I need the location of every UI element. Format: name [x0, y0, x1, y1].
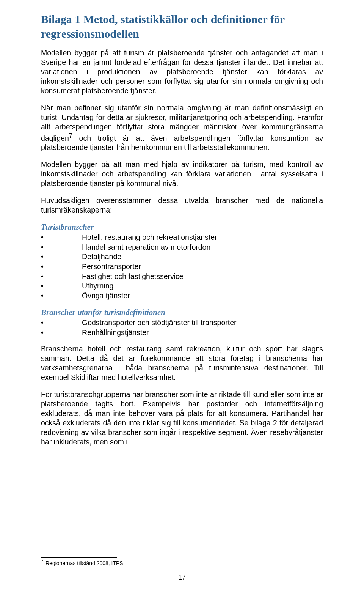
page-number: 17 [0, 573, 364, 581]
page-title: Bilaga 1 Metod, statistikkällor och defi… [41, 12, 323, 41]
paragraph-5: Branscherna hotell och restaurang samt r… [41, 344, 323, 382]
list-item: •Handel samt reparation av motorfordon [41, 243, 323, 252]
bullet-icon: • [41, 318, 82, 328]
list-item: •Övriga tjänster [41, 291, 323, 301]
paragraph-2: När man befinner sig utanför sin normala… [41, 103, 323, 152]
bullet-icon: • [41, 328, 82, 338]
footnote-7: 7 Regionernas tillstånd 2008, ITPS. [41, 559, 323, 566]
footnote-number: 7 [41, 559, 43, 564]
paragraph-2b: och troligt är att även arbetspendlingen… [41, 134, 323, 151]
bullet-icon: • [41, 243, 82, 252]
paragraph-3: Modellen bygger på att man med hjälp av … [41, 160, 323, 188]
bullet-icon: • [41, 281, 82, 291]
list-item-text: Uthyrning [82, 281, 113, 291]
paragraph-1: Modellen bygger på att turism är platsbe… [41, 48, 323, 96]
subheading-branscher-utanfor: Branscher utanför turismdefinitionen [41, 308, 323, 317]
list-item: •Detaljhandel [41, 252, 323, 262]
list-item: •Godstransporter och stödtjänster till t… [41, 318, 323, 328]
list-item: •Persontransporter [41, 262, 323, 272]
list-item: •Uthyrning [41, 281, 323, 291]
footnote-text: Regionernas tillstånd 2008, ITPS. [44, 560, 124, 566]
footnote-rule [41, 557, 117, 558]
list-item: •Hotell, restaurang och rekreationstjäns… [41, 233, 323, 243]
list-item-text: Detaljhandel [82, 252, 123, 262]
footnote-ref-7: 7 [69, 132, 72, 139]
footnote-area: 7 Regionernas tillstånd 2008, ITPS. [41, 557, 323, 566]
list-item-text: Renhållningstjänster [82, 328, 149, 338]
list-item-text: Fastighet och fastighetsservice [82, 272, 184, 282]
bullet-list-branscher-utanfor: •Godstransporter och stödtjänster till t… [41, 318, 323, 337]
bullet-icon: • [41, 291, 82, 301]
list-item-text: Hotell, restaurang och rekreationstjänst… [82, 233, 217, 243]
list-item: •Fastighet och fastighetsservice [41, 272, 323, 282]
list-item-text: Godstransporter och stödtjänster till tr… [82, 318, 237, 328]
bullet-icon: • [41, 272, 82, 282]
subheading-turistbranscher: Turistbranscher [41, 222, 323, 232]
list-item-text: Handel samt reparation av motorfordon [82, 243, 210, 252]
list-item: •Renhållningstjänster [41, 328, 323, 338]
paragraph-4: Huvudsakligen överensstämmer dessa utval… [41, 196, 323, 215]
list-item-text: Övriga tjänster [82, 291, 130, 301]
bullet-icon: • [41, 262, 82, 272]
document-page: Bilaga 1 Metod, statistikkällor och defi… [0, 0, 364, 589]
bullet-list-turistbranscher: •Hotell, restaurang och rekreationstjäns… [41, 233, 323, 301]
bullet-icon: • [41, 252, 82, 262]
bullet-icon: • [41, 233, 82, 243]
paragraph-6: För turistbranschgrupperna har branscher… [41, 390, 323, 447]
list-item-text: Persontransporter [82, 262, 141, 272]
